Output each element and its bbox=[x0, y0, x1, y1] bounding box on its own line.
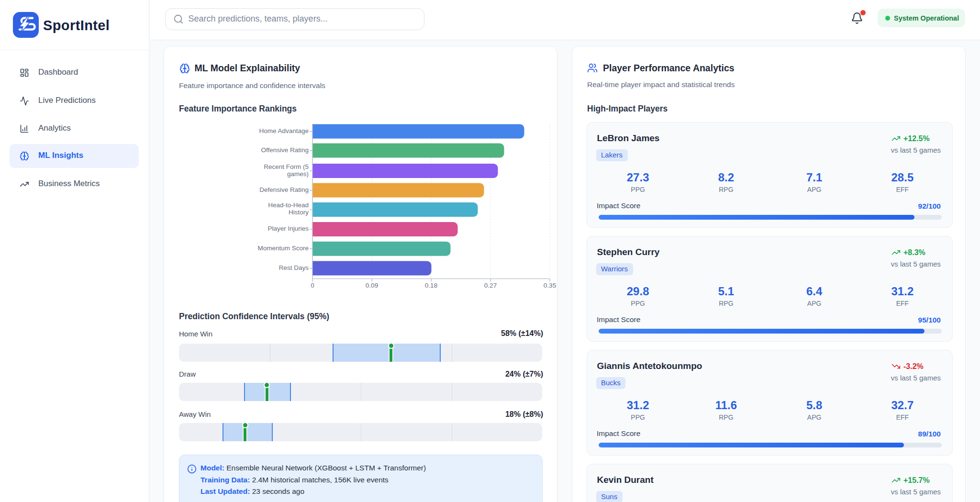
svg-text:Recent Form (5: Recent Form (5 bbox=[264, 163, 309, 170]
svg-text:Momentum Score: Momentum Score bbox=[257, 245, 309, 252]
svg-text:0: 0 bbox=[311, 282, 314, 289]
svg-text:History: History bbox=[289, 209, 309, 216]
svg-text:0.27: 0.27 bbox=[484, 282, 497, 289]
svg-text:Offensive Rating: Offensive Rating bbox=[261, 146, 309, 154]
svg-text:games): games) bbox=[287, 170, 309, 178]
svg-text:0.09: 0.09 bbox=[366, 282, 378, 289]
svg-text:0.35: 0.35 bbox=[544, 282, 556, 289]
svg-text:0.18: 0.18 bbox=[425, 282, 437, 289]
svg-text:Home Advantage: Home Advantage bbox=[259, 127, 309, 134]
svg-text:Player Injuries: Player Injuries bbox=[267, 225, 309, 232]
svg-text:Rest Days: Rest Days bbox=[279, 264, 309, 271]
svg-text:Defensive Rating: Defensive Rating bbox=[259, 186, 309, 193]
svg-text:Head-to-Head: Head-to-Head bbox=[268, 201, 309, 209]
